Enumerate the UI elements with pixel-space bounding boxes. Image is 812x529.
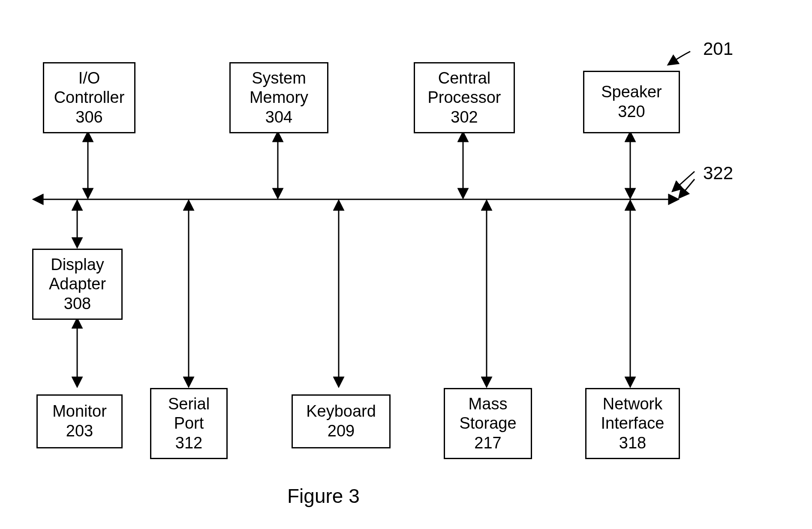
central-processor-line1: Central [438, 69, 491, 88]
central-processor-num: 302 [451, 108, 478, 127]
io-controller-num: 306 [75, 108, 102, 127]
system-memory-line2: Memory [250, 88, 308, 108]
keyboard-num: 209 [328, 421, 355, 441]
display-adapter-line1: Display [51, 255, 104, 275]
speaker-num: 320 [618, 102, 645, 122]
network-interface-line1: Network [603, 394, 662, 414]
serial-port-num: 312 [175, 433, 202, 453]
box-serial-port: Serial Port 312 [150, 388, 228, 459]
system-memory-num: 304 [265, 108, 292, 127]
display-adapter-num: 308 [64, 294, 91, 314]
ref-arrow-201 [669, 51, 690, 64]
monitor-num: 203 [66, 421, 93, 441]
ref-arrow-322-a [673, 171, 695, 191]
box-speaker: Speaker 320 [583, 71, 680, 133]
io-controller-line2: Controller [54, 88, 125, 108]
network-interface-line2: Interface [601, 414, 665, 433]
box-mass-storage: Mass Storage 217 [444, 388, 532, 459]
io-controller-line1: I/O [78, 69, 100, 88]
ref-arrow-322-b [680, 179, 695, 197]
system-memory-line1: System [252, 69, 306, 88]
central-processor-line2: Processor [427, 88, 501, 108]
keyboard-line1: Keyboard [306, 402, 376, 421]
mass-storage-num: 217 [474, 433, 501, 453]
mass-storage-line2: Storage [459, 414, 516, 433]
box-network-interface: Network Interface 318 [585, 388, 680, 459]
box-display-adapter: Display Adapter 308 [32, 249, 123, 320]
box-central-processor: Central Processor 302 [414, 62, 515, 133]
monitor-line1: Monitor [52, 402, 107, 421]
mass-storage-line1: Mass [469, 394, 508, 414]
serial-port-line1: Serial [168, 394, 210, 414]
box-io-controller: I/O Controller 306 [43, 62, 135, 133]
display-adapter-line2: Adapter [49, 274, 106, 294]
serial-port-line2: Port [174, 414, 204, 433]
box-monitor: Monitor 203 [36, 394, 123, 448]
system-ref-label: 201 [703, 39, 733, 59]
speaker-line1: Speaker [601, 82, 662, 102]
figure-caption: Figure 3 [287, 484, 360, 508]
bus-ref-label: 322 [703, 163, 733, 183]
box-keyboard: Keyboard 209 [292, 394, 391, 448]
box-system-memory: System Memory 304 [229, 62, 328, 133]
network-interface-num: 318 [619, 433, 646, 453]
